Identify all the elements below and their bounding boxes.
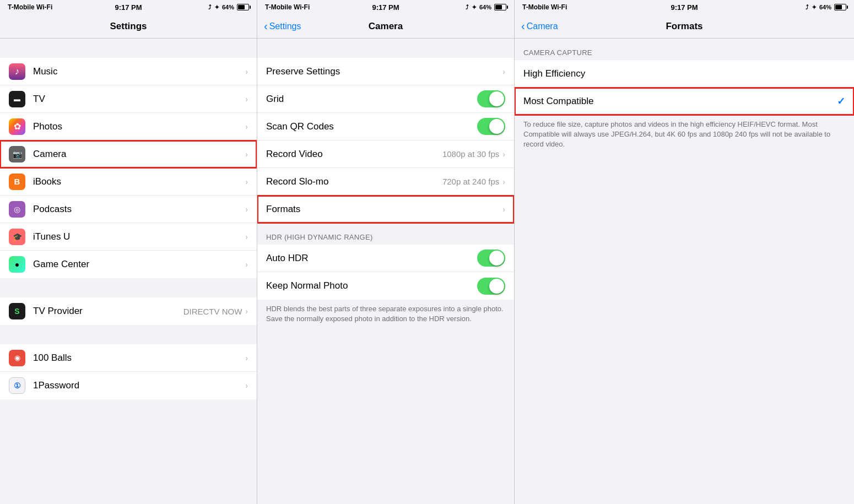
camera-list: Preserve Settings › Grid Scan QR Codes R… [257, 39, 514, 504]
settings-item-podcasts[interactable]: ◎ Podcasts › [0, 196, 257, 223]
slomo-chevron: › [502, 177, 505, 186]
back-chevron-2: ‹ [264, 20, 268, 31]
slomo-label: Record Slo-mo [266, 176, 442, 187]
settings-nav-bar: Settings [0, 14, 257, 39]
1password-icon: ① [9, 377, 25, 394]
bluetooth-icon-2: ✦ [472, 4, 477, 11]
settings-item-tv[interactable]: ▬ TV › [0, 85, 257, 113]
battery-percent-2: 64% [479, 4, 491, 10]
gamecenter-label: Game Center [33, 259, 245, 270]
location-icon-3: ⤴ [806, 4, 809, 10]
tvprovider-label: TV Provider [33, 306, 183, 317]
status-icons-2: ⤴ ✦ 64% [466, 4, 506, 11]
settings-item-100balls[interactable]: ◉ 100 Balls › [0, 344, 257, 372]
most-compatible-label: Most Compatible [523, 96, 837, 107]
music-icon: ♪ [9, 63, 25, 80]
tv-provider-section: S TV Provider DIRECTV NOW › [0, 297, 257, 325]
1password-label: 1Password [33, 380, 245, 391]
camera-main-section: Preserve Settings › Grid Scan QR Codes R… [257, 58, 514, 223]
tvprovider-icon: S [9, 303, 25, 319]
gamecenter-chevron: › [245, 260, 248, 269]
keep-normal-toggle[interactable] [477, 278, 505, 295]
gamecenter-icon: ● [9, 256, 25, 273]
itunesu-label: iTunes U [33, 231, 245, 242]
camera-item-keep-normal[interactable]: Keep Normal Photo [257, 272, 514, 300]
auto-hdr-toggle[interactable] [477, 250, 505, 267]
record-video-label: Record Video [266, 149, 442, 160]
high-efficiency-label: High Efficiency [523, 68, 845, 79]
camera-item-grid[interactable]: Grid [257, 85, 514, 113]
tv-icon: ▬ [9, 91, 25, 107]
camera-icon: 📷 [9, 146, 25, 162]
camera-nav-bar: ‹ Settings Camera [257, 14, 514, 39]
qr-label: Scan QR Codes [266, 121, 477, 132]
carrier-2: T-Mobile Wi-Fi [265, 3, 310, 11]
settings-item-ibooks[interactable]: B iBooks › [0, 168, 257, 196]
ibooks-icon: B [9, 174, 25, 190]
battery-percent-1: 64% [222, 4, 234, 10]
settings-item-photos[interactable]: ✿ Photos › [0, 113, 257, 140]
status-bar-1: T-Mobile Wi-Fi 9:17 PM ⤴ ✦ 64% [0, 0, 257, 14]
camera-item-formats[interactable]: Formats › [257, 196, 514, 223]
settings-item-camera[interactable]: 📷 Camera › [0, 140, 257, 168]
camera-item-auto-hdr[interactable]: Auto HDR [257, 245, 514, 272]
hdr-footer: HDR blends the best parts of three separ… [257, 300, 514, 335]
camera-item-qr[interactable]: Scan QR Codes [257, 113, 514, 140]
settings-title: Settings [110, 21, 147, 32]
location-icon-2: ⤴ [466, 4, 469, 10]
battery-icon-3 [834, 4, 846, 10]
time-3: 9:17 PM [671, 3, 698, 12]
photos-icon: ✿ [9, 118, 25, 135]
tv-chevron: › [245, 95, 248, 104]
grid-toggle[interactable] [477, 90, 505, 107]
carrier-1: T-Mobile Wi-Fi [8, 3, 52, 11]
time-1: 9:17 PM [115, 3, 142, 12]
podcasts-chevron: › [245, 205, 248, 214]
status-bar-3: T-Mobile Wi-Fi 9:17 PM ⤴ ✦ 64% [515, 0, 854, 14]
formats-panel: T-Mobile Wi-Fi 9:17 PM ⤴ ✦ 64% ‹ Camera … [515, 0, 854, 504]
back-to-settings[interactable]: ‹ Settings [264, 21, 301, 31]
ibooks-label: iBooks [33, 176, 245, 187]
tvprovider-value: DIRECTV NOW [183, 307, 242, 316]
music-chevron: › [245, 67, 248, 76]
formats-item-most-compatible[interactable]: Most Compatible ✓ [515, 88, 854, 115]
settings-item-gamecenter[interactable]: ● Game Center › [0, 251, 257, 278]
hdr-section-header: HDR (HIGH DYNAMIC RANGE) [257, 223, 514, 245]
settings-item-itunesu[interactable]: 🎓 iTunes U › [0, 223, 257, 251]
preserve-label: Preserve Settings [266, 66, 502, 77]
camera-panel: T-Mobile Wi-Fi 9:17 PM ⤴ ✦ 64% ‹ Setting… [257, 0, 515, 504]
time-2: 9:17 PM [372, 3, 399, 12]
qr-toggle[interactable] [477, 118, 505, 135]
bluetooth-icon-3: ✦ [812, 4, 817, 11]
battery-icon-2 [494, 4, 506, 10]
formats-item-high-efficiency[interactable]: High Efficiency [515, 60, 854, 88]
tvprovider-chevron: › [245, 307, 248, 316]
slomo-value: 720p at 240 fps [442, 177, 499, 186]
settings-item-tvprovider[interactable]: S TV Provider DIRECTV NOW › [0, 297, 257, 325]
status-icons-3: ⤴ ✦ 64% [806, 4, 846, 11]
auto-hdr-label: Auto HDR [266, 253, 477, 264]
camera-label: Camera [33, 149, 245, 160]
back-label-3: Camera [527, 21, 558, 31]
settings-main-section: ♪ Music › ▬ TV › ✿ Photos › [0, 58, 257, 278]
most-compatible-checkmark: ✓ [837, 95, 845, 107]
formats-nav-bar: ‹ Camera Formats [515, 14, 854, 39]
itunesu-icon: 🎓 [9, 229, 25, 245]
formats-footer: To reduce file size, capture photos and … [515, 115, 854, 161]
settings-item-1password[interactable]: ① 1Password › [0, 372, 257, 399]
settings-item-music[interactable]: ♪ Music › [0, 58, 257, 85]
100balls-chevron: › [245, 354, 248, 362]
keep-normal-label: Keep Normal Photo [266, 280, 477, 291]
grid-label: Grid [266, 94, 477, 105]
settings-list: ♪ Music › ▬ TV › ✿ Photos › [0, 39, 257, 504]
record-video-value: 1080p at 30 fps [442, 149, 499, 159]
camera-item-record-video[interactable]: Record Video 1080p at 30 fps › [257, 140, 514, 168]
camera-item-slomo[interactable]: Record Slo-mo 720p at 240 fps › [257, 168, 514, 196]
podcasts-label: Podcasts [33, 204, 245, 215]
back-to-camera[interactable]: ‹ Camera [521, 21, 558, 31]
tv-label: TV [33, 94, 245, 105]
camera-item-preserve[interactable]: Preserve Settings › [257, 58, 514, 85]
hdr-section: Auto HDR Keep Normal Photo [257, 245, 514, 300]
1password-chevron: › [245, 381, 248, 390]
bluetooth-icon: ✦ [214, 4, 219, 11]
